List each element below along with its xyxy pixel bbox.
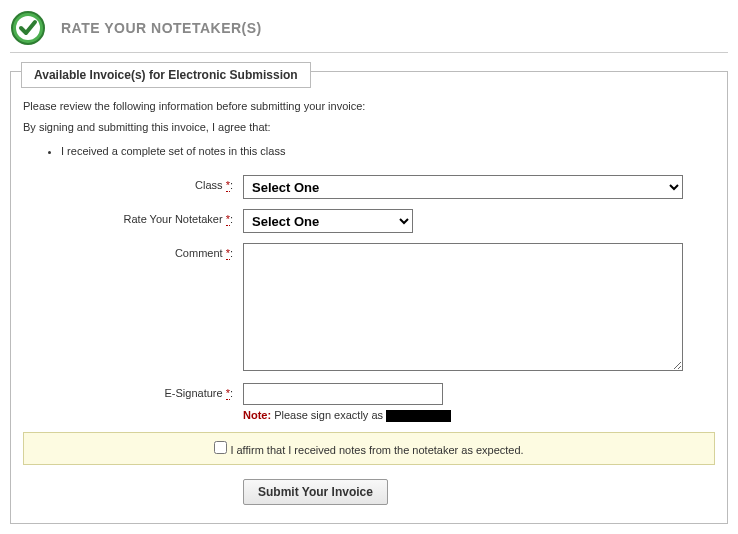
comment-textarea[interactable] (243, 243, 683, 371)
affirm-checkbox[interactable] (214, 441, 227, 454)
redacted-name (386, 410, 451, 422)
esignature-input[interactable] (243, 383, 443, 405)
label-rating: Rate Your Notetaker *: (23, 209, 243, 225)
invoice-fieldset: Available Invoice(s) for Electronic Subm… (10, 71, 728, 524)
note-text: Please sign exactly as (274, 409, 383, 421)
page-container: RATE YOUR NOTETAKER(S) Available Invoice… (10, 10, 728, 524)
label-esignature: E-Signature *: (23, 383, 243, 399)
row-rating: Rate Your Notetaker *: Select One (23, 209, 715, 233)
label-comment: Comment *: (23, 243, 243, 259)
agreement-list: I received a complete set of notes in th… (61, 142, 715, 161)
row-class: Class *: Select One (23, 175, 715, 199)
agreement-item: I received a complete set of notes in th… (61, 142, 715, 161)
affirm-text: I affirm that I received notes from the … (230, 444, 523, 456)
page-title: RATE YOUR NOTETAKER(S) (61, 20, 262, 36)
label-class: Class *: (23, 175, 243, 191)
class-select[interactable]: Select One (243, 175, 683, 199)
affirm-label[interactable]: I affirm that I received notes from the … (214, 444, 523, 456)
fieldset-legend: Available Invoice(s) for Electronic Subm… (21, 62, 311, 88)
intro-line-1: Please review the following information … (23, 97, 715, 116)
page-header: RATE YOUR NOTETAKER(S) (10, 10, 728, 53)
check-circle-icon (10, 10, 46, 46)
submit-button[interactable]: Submit Your Invoice (243, 479, 388, 505)
intro-line-2: By signing and submitting this invoice, … (23, 118, 715, 137)
intro-text: Please review the following information … (23, 97, 715, 136)
signature-note: Note: Please sign exactly as (243, 409, 715, 422)
row-comment: Comment *: (23, 243, 715, 373)
note-label: Note: (243, 409, 271, 421)
row-esignature: E-Signature *: Note: Please sign exactly… (23, 383, 715, 422)
submit-row: Submit Your Invoice (23, 479, 715, 505)
affirm-row: I affirm that I received notes from the … (23, 432, 715, 465)
rating-select[interactable]: Select One (243, 209, 413, 233)
